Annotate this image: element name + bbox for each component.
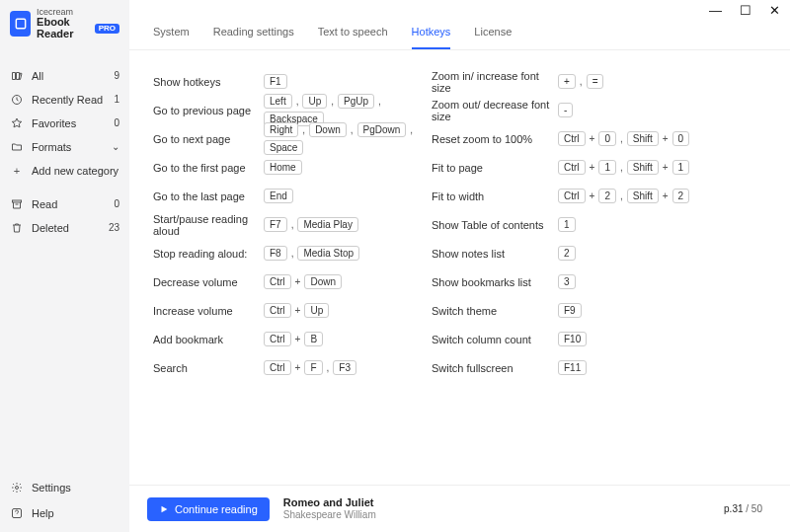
sidebar-item-count: 1 <box>114 94 119 105</box>
tab-text-to-speech[interactable]: Text to speech <box>318 26 388 49</box>
sidebar-item-label: Settings <box>32 482 71 494</box>
trash-icon <box>10 222 24 234</box>
window-controls: — ☐ ✕ <box>129 0 790 20</box>
books-icon <box>10 70 24 82</box>
hotkey-label: Switch theme <box>432 299 558 322</box>
key: F7 <box>264 217 287 232</box>
continue-reading-button[interactable]: Continue reading <box>147 497 270 521</box>
sidebar-item-label: Recently Read <box>32 94 103 106</box>
key: Media Play <box>297 217 357 232</box>
key: F3 <box>333 360 356 375</box>
settings-tabs: SystemReading settingsText to speechHotk… <box>129 20 790 50</box>
hotkey-label: Zoom out/ decrease font size <box>432 99 558 121</box>
key: Up <box>304 303 329 318</box>
sidebar-item-count: 0 <box>114 198 119 209</box>
app-logo-icon <box>10 11 31 37</box>
key: Down <box>309 122 347 137</box>
tab-reading-settings[interactable]: Reading settings <box>213 26 294 49</box>
plus-icon: + <box>10 165 24 177</box>
footer: Continue reading Romeo and Juliet Shakes… <box>129 485 790 532</box>
hotkey-keys: F8,Media Stop <box>264 246 359 261</box>
hotkey-keys: End <box>264 189 293 203</box>
hotkey-label: Zoom in/ increase font size <box>432 70 558 93</box>
hotkey-keys: Ctrl+B <box>264 332 323 346</box>
window-maximize-button[interactable]: ☐ <box>740 4 751 20</box>
tab-license[interactable]: License <box>474 26 512 49</box>
archive-icon <box>10 198 24 210</box>
key: 2 <box>672 189 690 203</box>
hotkey-keys: F7,Media Play <box>264 217 358 232</box>
hotkey-label: Fit to width <box>432 185 558 207</box>
sidebar-item-all[interactable]: All 9 <box>0 64 129 88</box>
key: Ctrl <box>264 303 291 318</box>
key: Ctrl <box>558 131 586 146</box>
hotkey-label: Reset zoom to 100% <box>432 127 558 150</box>
sidebar-item-add-category[interactable]: + Add new category <box>0 159 129 183</box>
main: — ☐ ✕ SystemReading settingsText to spee… <box>129 0 790 532</box>
hotkey-keys: 1 <box>558 217 576 232</box>
svg-rect-2 <box>13 200 22 202</box>
key: Right <box>264 122 298 137</box>
key: Media Stop <box>297 246 359 261</box>
hotkey-label: Decrease volume <box>153 270 264 293</box>
sidebar-item-settings[interactable]: Settings <box>0 475 129 500</box>
hotkey-keys: F11 <box>558 360 587 375</box>
brand: Icecream Ebook Reader PRO <box>0 0 129 50</box>
sidebar-item-formats[interactable]: Formats ⌄ <box>0 135 129 159</box>
key: F11 <box>558 360 587 375</box>
sidebar-nav: All 9 Recently Read 1 Favorites 0 Format… <box>0 64 129 240</box>
svg-point-3 <box>16 487 19 490</box>
pro-badge: PRO <box>95 24 119 34</box>
hotkey-label: Switch column count <box>432 328 558 350</box>
sidebar-item-count: 23 <box>109 222 119 233</box>
key: 2 <box>558 246 576 261</box>
chevron-down-icon: ⌄ <box>112 141 119 152</box>
hotkey-label: Go to the first page <box>153 156 264 179</box>
key: 1 <box>598 160 616 175</box>
sidebar-item-count: 9 <box>114 70 119 81</box>
sidebar-item-label: Add new category <box>32 165 118 177</box>
window-minimize-button[interactable]: — <box>709 4 722 20</box>
hotkey-label: Search <box>153 356 264 379</box>
sidebar-bottom: Settings Help <box>0 475 129 532</box>
sidebar-item-recently-read[interactable]: Recently Read 1 <box>0 88 129 112</box>
hotkey-label: Show hotkeys <box>153 70 264 93</box>
hotkey-keys: F9 <box>558 303 582 318</box>
key: Home <box>264 160 302 175</box>
key: Down <box>304 274 342 289</box>
key: F8 <box>264 246 287 261</box>
history-icon <box>10 94 24 106</box>
key: Ctrl <box>264 332 291 346</box>
sidebar-item-label: Favorites <box>32 117 76 129</box>
hotkeys-content: Show hotkeysGo to previous pageGo to nex… <box>129 50 790 485</box>
sidebar-item-deleted[interactable]: Deleted 23 <box>0 216 129 240</box>
svg-rect-0 <box>16 20 25 29</box>
folder-icon <box>10 141 24 153</box>
sidebar-item-help[interactable]: Help <box>0 500 129 526</box>
sidebar-item-favorites[interactable]: Favorites 0 <box>0 112 129 135</box>
window-close-button[interactable]: ✕ <box>769 4 780 20</box>
sidebar-item-read[interactable]: Read 0 <box>0 192 129 216</box>
key: Space <box>264 140 303 155</box>
key: F <box>304 360 322 375</box>
hotkey-keys: Home <box>264 160 302 175</box>
key: 1 <box>672 160 690 175</box>
hotkey-label: Show Table of contents <box>432 213 558 236</box>
key: + <box>558 74 576 89</box>
tab-hotkeys[interactable]: Hotkeys <box>412 26 451 49</box>
current-book-info: Romeo and Juliet Shakespeare William <box>283 496 376 521</box>
key: Left <box>264 94 292 109</box>
hotkey-label: Add bookmark <box>153 328 264 350</box>
key: End <box>264 189 293 203</box>
page-indicator: p.31 / 50 <box>724 503 762 514</box>
hotkey-keys: - <box>558 103 573 117</box>
key: Shift <box>627 131 659 146</box>
hotkey-keys: F10 <box>558 332 587 346</box>
hotkey-keys: Ctrl+F,F3 <box>264 360 356 375</box>
tab-system[interactable]: System <box>153 26 190 49</box>
hotkey-keys: +,= <box>558 74 603 89</box>
hotkey-keys: Ctrl+1,Shift+1 <box>558 160 689 175</box>
star-icon <box>10 117 24 129</box>
key: Ctrl <box>264 274 291 289</box>
hotkey-keys: Ctrl+0,Shift+0 <box>558 131 689 146</box>
